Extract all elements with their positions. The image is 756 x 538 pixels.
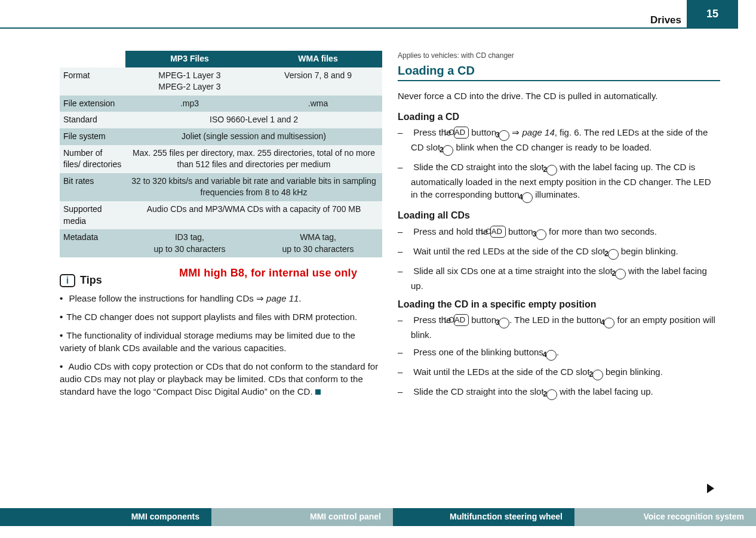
row-label: Supported media [60, 201, 125, 229]
left-column: MP3 Files WMA files Format MPEG-1 Layer … [60, 51, 382, 405]
list-item: Slide all six CDs one at a time straight… [398, 265, 720, 292]
text: Slide the CD straight into the slot [413, 386, 546, 396]
page-number-box: 15 [687, 0, 738, 29]
cell: ID3 tag, up to 30 characters [125, 229, 254, 257]
list-item: Press the LOAD button 3. The LED in the … [398, 313, 720, 341]
text: Please follow the instructions for handl… [69, 293, 256, 303]
right-column: Applies to vehicles: with CD changer Loa… [398, 51, 720, 405]
text: begin blinking. [619, 246, 678, 256]
load-button-label: LOAD [454, 127, 469, 139]
tips-title: Tips [80, 273, 102, 288]
text: . The LED in the button [509, 315, 604, 325]
tab-voice-recognition[interactable]: Voice recognition system [574, 508, 756, 526]
format-table: MP3 Files WMA files Format MPEG-1 Layer … [60, 51, 382, 257]
cell: .mp3 [125, 96, 254, 112]
text: Press and hold the [413, 226, 490, 236]
list-item: Slide the CD straight into the slot 2 wi… [398, 385, 720, 400]
row-label: Standard [60, 112, 125, 128]
list-item: Audio CDs with copy protection or CDs th… [60, 360, 382, 398]
callout-2-icon: 2 [608, 249, 619, 260]
table-row: Supported media Audio CDs and MP3/WMA CD… [60, 201, 382, 229]
continue-triangle-icon [707, 484, 714, 493]
cell: 32 to 320 kbits/s and variable bit rate … [125, 173, 382, 201]
col-mp3: MP3 Files [125, 51, 254, 67]
row-label: File system [60, 128, 125, 145]
cell: ISO 9660-Level 1 and 2 [125, 112, 382, 128]
page-ref: page 11 [266, 293, 299, 303]
list-item: The CD changer does not support playlist… [60, 310, 382, 323]
tab-label: Multifunction steering wheel [450, 511, 563, 523]
list-item: Wait until the red LEDs at the side of t… [398, 245, 720, 260]
text: begin blinking. [603, 367, 663, 377]
row-label: Format [60, 67, 125, 96]
callout-2-icon: 2 [615, 269, 626, 279]
cell: .wma [254, 96, 382, 112]
row-label: Number of files/ directories [60, 145, 125, 173]
text: with the label facing up. [557, 386, 653, 396]
text: blink when the CD changer is ready to be… [453, 142, 651, 152]
text: illuminates. [533, 189, 580, 199]
cell: Max. 255 files per directory, max. 255 d… [125, 145, 382, 173]
callout-2-icon: 2 [546, 389, 557, 400]
tips-list: Please follow the instructions for handl… [60, 292, 382, 398]
tab-mmi-components[interactable]: MMI components [30, 508, 211, 526]
text: for more than two seconds. [546, 226, 657, 236]
step-list: Press and hold the LOAD button 3 for mor… [398, 225, 720, 292]
text: button [469, 315, 499, 325]
callout-3-icon: 3 [499, 318, 509, 328]
tab-multifunction-steering-wheel[interactable]: Multifunction steering wheel [393, 508, 574, 526]
text: button [506, 226, 536, 236]
col-wma: WMA files [254, 51, 382, 67]
footer-tabs: MMI components MMI control panel Multifu… [0, 508, 756, 526]
list-item: Press the LOAD button 3 ⇒ page 14, fig. … [398, 126, 720, 156]
cell: MPEG-1 Layer 3 MPEG-2 Layer 3 [125, 67, 254, 96]
text: Wait until the LEDs at the side of the C… [413, 367, 592, 377]
list-item: Press and hold the LOAD button 3 for mor… [398, 225, 720, 240]
text: Wait until the red LEDs at the side of t… [413, 246, 607, 256]
callout-4-icon: 4 [604, 318, 614, 328]
applies-to: Applies to vehicles: with CD changer [398, 51, 720, 61]
list-item: Please follow the instructions for handl… [60, 292, 382, 305]
tab-mmi-control-panel[interactable]: MMI control panel [211, 508, 393, 526]
table-corner [60, 51, 125, 67]
lead-text: Never force a CD into the drive. The CD … [398, 90, 720, 102]
callout-3-icon: 3 [536, 229, 546, 240]
step-list: Press the LOAD button 3 ⇒ page 14, fig. … [398, 126, 720, 203]
text: . [557, 347, 559, 357]
subheading: Loading a CD [398, 110, 720, 124]
cell: Audio CDs and MP3/WMA CDs with a capacit… [125, 201, 382, 229]
tab-label: Voice recognition system [643, 511, 744, 523]
list-item: The functionality of individual storage … [60, 329, 382, 354]
cell: Joliet (single session and multisession) [125, 128, 382, 145]
list-item: Press one of the blinking buttons 4. [398, 346, 720, 361]
section-heading: Loading a CD [398, 62, 720, 81]
table-row: File system Joliet (single session and m… [60, 128, 382, 145]
text: Audio CDs with copy protection or CDs th… [60, 361, 378, 396]
arrow-icon: ⇒ [512, 127, 520, 137]
page-number: 15 [706, 7, 718, 21]
arrow-icon: ⇒ [256, 293, 264, 303]
table-row: Number of files/ directories Max. 255 fi… [60, 145, 382, 173]
tab-label: MMI components [131, 511, 199, 523]
cell: Version 7, 8 and 9 [254, 67, 382, 96]
callout-2-icon: 2 [546, 165, 557, 176]
page-body: MP3 Files WMA files Format MPEG-1 Layer … [0, 30, 756, 405]
list-item: Wait until the LEDs at the side of the C… [398, 365, 720, 380]
list-item: Slide the CD straight into the slot 2 wi… [398, 161, 720, 203]
subheading: Loading the CD in a specific empty posit… [398, 298, 720, 311]
page-ref: page 14 [523, 127, 555, 137]
tab-label: MMI control panel [310, 511, 381, 523]
section-title: Drives [650, 13, 681, 27]
callout-3-icon: 3 [499, 130, 509, 141]
subheading: Loading all CDs [398, 209, 720, 222]
text: button [469, 127, 499, 137]
load-button-label: LOAD [454, 314, 469, 326]
row-label: File extension [60, 96, 125, 112]
text: Press one of the blinking buttons [413, 347, 546, 357]
callout-2-icon: 2 [442, 145, 453, 156]
page-header: Drives 15 [0, 0, 756, 30]
header-rule [0, 27, 693, 29]
callout-2-icon: 2 [592, 370, 603, 380]
table-row: Metadata ID3 tag, up to 30 characters WM… [60, 229, 382, 257]
table-row: Bit rates 32 to 320 kbits/s and variable… [60, 173, 382, 201]
